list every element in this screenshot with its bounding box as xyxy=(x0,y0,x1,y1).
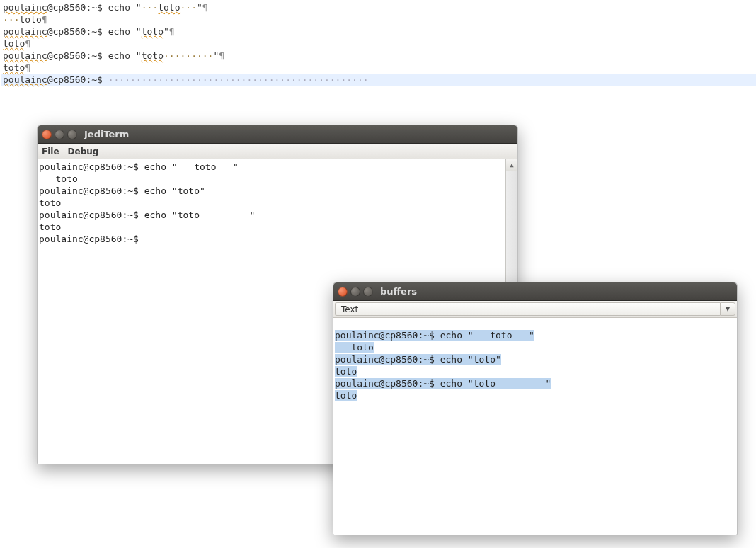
menubar: File Debug xyxy=(38,144,517,159)
window-title: buffers xyxy=(380,286,417,297)
terminal-line: toto xyxy=(39,173,516,185)
buffer-line: poulainc@cp8560:~$ echo "toto" xyxy=(335,353,735,365)
maximize-icon[interactable] xyxy=(67,130,77,139)
terminal-line: toto xyxy=(39,221,516,233)
maximize-icon[interactable] xyxy=(363,287,373,297)
close-icon[interactable] xyxy=(338,287,348,297)
buffer-line: toto xyxy=(335,341,735,353)
editor-cursor-line[interactable]: poulainc@cp8560:~$ ·····················… xyxy=(1,74,756,86)
terminal-line: poulainc@cp8560:~$ echo " toto " xyxy=(39,161,516,173)
menu-file[interactable]: File xyxy=(42,147,59,156)
editor-line: poulainc@cp8560:~$ echo "···toto···"¶ xyxy=(1,1,756,13)
chevron-down-icon[interactable]: ▼ xyxy=(720,302,735,316)
titlebar[interactable]: buffers xyxy=(333,282,737,301)
editor-line: toto¶ xyxy=(1,62,756,74)
titlebar[interactable]: JediTerm xyxy=(38,125,517,144)
minimize-icon[interactable] xyxy=(55,130,64,139)
terminal-line: poulainc@cp8560:~$ echo "toto " xyxy=(39,209,516,221)
buffers-window: buffers Text ▼ poulainc@cp8560:~$ echo "… xyxy=(333,282,738,535)
menu-debug[interactable]: Debug xyxy=(68,147,99,156)
editor-line: poulainc@cp8560:~$ echo "toto·········"¶ xyxy=(1,50,756,62)
editor-pane: poulainc@cp8560:~$ echo "···toto···"¶ ··… xyxy=(0,0,756,86)
buffer-line: toto xyxy=(335,365,735,377)
buffer-selector: Text ▼ xyxy=(333,301,737,318)
window-title: JediTerm xyxy=(84,129,129,139)
scroll-up-icon[interactable]: ▲ xyxy=(506,159,517,171)
buffer-line: poulainc@cp8560:~$ echo "toto " xyxy=(335,377,735,389)
editor-line: ···toto¶ xyxy=(1,13,756,25)
buffer-line: poulainc@cp8560:~$ echo " toto " xyxy=(335,329,735,341)
editor-line: poulainc@cp8560:~$ echo "toto"¶ xyxy=(1,25,756,38)
close-icon[interactable] xyxy=(42,130,52,139)
terminal-line: poulainc@cp8560:~$ xyxy=(39,233,516,245)
terminal-line: poulainc@cp8560:~$ echo "toto" xyxy=(39,185,516,197)
editor-line: toto¶ xyxy=(1,38,756,50)
buffer-body[interactable]: poulainc@cp8560:~$ echo " toto " toto po… xyxy=(333,318,737,535)
buffer-line: toto xyxy=(335,389,735,401)
terminal-line: toto xyxy=(39,197,516,209)
buffer-selector-label[interactable]: Text xyxy=(335,302,720,316)
minimize-icon[interactable] xyxy=(350,287,360,297)
